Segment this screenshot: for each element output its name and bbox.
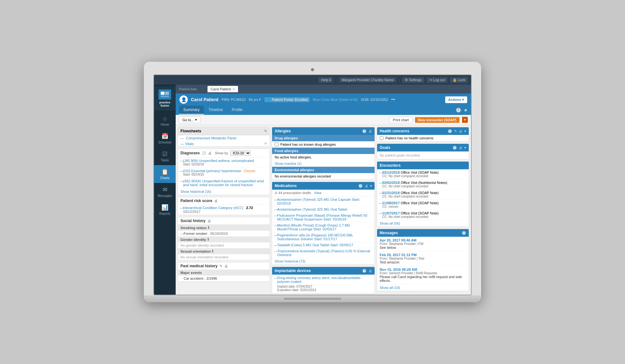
goals-header: Goals 🕐 🖨 ▾ [377,144,469,151]
tab-timeline[interactable]: Timeline [204,106,227,115]
enc-date-5[interactable]: 11/07/2017 [382,211,400,215]
risk-date: 10/12/2017 [183,210,200,214]
sidebar-item-charts[interactable]: 📋 Charts [154,165,176,183]
diagnoses-print-icon[interactable]: 🖨 [208,151,212,155]
implant-link-1[interactable]: Drug-eluting coronary artery stent, non-… [277,276,362,284]
sidebar-item-home[interactable]: ⌂ Home [154,112,176,130]
tab-profile[interactable]: Profile [227,106,247,115]
social-history-header: Social history 🖨 [178,217,270,225]
med-link-3[interactable]: Fluticasone Propionate (Nasal) (Flonase … [277,214,367,221]
enc-date-1[interactable]: 03/12/2018 [382,171,400,174]
med-link-1[interactable]: Acetaminophen (Tylenol) 325 MG Oral Caps… [277,198,360,205]
med-link-6[interactable]: Tadalafil (Cialis) 5 MG Oral Tablet Star… [277,243,353,247]
med-link-2[interactable]: Acetaminophen (Tylenol) 325 MG Oral Tabl… [277,207,347,211]
sidebar-item-tasks[interactable]: ☑ Tasks [154,147,176,165]
hc-checkbox[interactable] [380,136,383,140]
flowsheet-metabolic[interactable]: Comprehensive Metabolic Panel [178,135,270,141]
diagnoses-icd-select[interactable]: ICD-10 [230,150,251,156]
provider-name[interactable]: Margaret Provider | Facility Name [339,77,397,82]
medications-print-icon[interactable]: 🖨 [365,184,368,188]
med-item-2: Acetaminophen (Tylenol) 325 MG Oral Tabl… [272,206,375,213]
goals-chevron-icon[interactable]: ▾ [464,146,466,150]
diag-link-1[interactable]: (J45.909) Unspecified asthma, uncomplica… [183,159,254,163]
diagnoses-header: Diagnoses 🕐 🖨 Show by ICD-10 [178,149,270,158]
enc-cc-5: CC: No chief complaint recorded [382,215,466,219]
msg-date-3[interactable]: Nov 15, 2016 08:28 AM [380,268,466,271]
med-link-4[interactable]: Menthol (Mouth-Throat) (Cough Drops) 2.7… [277,223,350,231]
flowsheets-edit-icon[interactable]: ✎ [264,129,267,133]
medical-edit-icon[interactable]: ✎ [220,264,222,268]
flowsheet-vitals-link[interactable]: Vitals [185,142,194,146]
social-history-card: Social history 🖨 Smoking status ℹ Former… [178,217,270,260]
patient-insurance[interactable]: Blue Cross Blue Shield of AZ [313,98,358,102]
star-icon[interactable]: ★ [464,108,468,113]
show-all-encounters-link[interactable]: Show all (56) [377,220,469,227]
more-options-icon[interactable]: ••• [391,97,395,102]
help-link[interactable]: Help ℹ [319,77,333,83]
messages-icon: ✉ [156,186,174,193]
enc-date-2[interactable]: 03/02/2018 [382,181,400,185]
laptop-base [144,295,481,302]
tab-close-icon[interactable]: ✕ [232,88,235,91]
actions-chevron-icon: ▾ [462,98,464,102]
hc-print-icon[interactable]: 🖨 [459,129,462,133]
new-encounter-arrow-button[interactable]: ▾ [462,117,468,123]
enc-item-5: 11/07/2017 Office Visit (SOAP Note) CC: … [377,210,469,220]
patient-lists-link[interactable]: Patient lists [179,87,197,91]
sidebar-item-schedule[interactable]: 📅 Schedule [154,130,176,147]
vitals-close-icon[interactable]: ✕ [264,142,267,146]
show-historical-meds-link[interactable]: Show historical (73) [272,258,375,264]
print-chart-button[interactable]: Print chart [389,117,412,123]
hc-chevron-icon[interactable]: ▾ [464,129,466,133]
tab-summary[interactable]: Summary [179,106,204,115]
med-link-5[interactable]: Peginterferon alfa-2a (Pegasys) 180 MCG/… [277,233,353,241]
hc-clock-icon[interactable]: 🕐 [448,129,452,133]
diag-link-2[interactable]: (I10) Essential (primary) hypertension [183,169,242,173]
msg-item-2: Feb 28, 2017 01:12 PM From: Stephanie Pr… [377,251,469,266]
smoking-info-icon[interactable]: ℹ [208,226,209,230]
carol-patient-tab[interactable]: Carol Patient ✕ [207,86,238,92]
sexual-info-icon[interactable]: ℹ [212,249,213,253]
risk-print-icon[interactable]: 🖨 [214,199,218,203]
food-show-inactive-link[interactable]: Show inactive (1) [272,160,375,167]
messages-clock-icon[interactable]: 🕐 [462,231,466,235]
med-link-7[interactable]: Triamcinolone Acetonide (Topical) (Trian… [277,249,370,257]
goals-clock-icon[interactable]: 🕐 [453,146,457,150]
allergies-clock-icon[interactable]: 🕐 [362,129,367,133]
lock-button[interactable]: 🔒 Lock [450,77,468,83]
enc-date-4[interactable]: 11/08/2017 [382,201,400,205]
enc-date-3[interactable]: 01/31/2018 [382,191,400,195]
enc-cc-3: CC: No chief complaint recorded [382,195,466,198]
clock-icon[interactable]: 🕐 [456,108,461,113]
actions-button[interactable]: Actions ▾ [445,96,467,103]
medications-view-link[interactable]: View [314,191,322,195]
drug-allergies-checkbox[interactable] [275,143,278,146]
msg-date-2[interactable]: Feb 28, 2017 01:12 PM [380,253,466,257]
implantable-print-icon[interactable]: 🖨 [369,269,372,273]
sidebar-item-messages[interactable]: ✉ Messages [154,183,176,201]
diagnoses-clock-icon[interactable]: 🕐 [202,151,206,155]
hc-edit-icon[interactable]: ✎ [454,129,457,133]
goals-print-icon[interactable]: 🖨 [459,146,462,150]
implantable-clock-icon[interactable]: 🕐 [362,269,367,273]
medications-clock-icon[interactable]: 🕐 [358,184,363,188]
sidebar-item-reports[interactable]: 📊 Reports [154,201,176,219]
messages-header: Messages 🕐 [377,229,469,237]
msg-date-1[interactable]: Apr 20, 2017 09:46 AM [380,238,466,242]
logout-button[interactable]: ↪ Log out [427,77,447,83]
flowsheet-link-1[interactable]: Comprehensive Metabolic Panel [186,136,236,140]
medical-print-icon[interactable]: 🖨 [224,264,228,268]
goto-button[interactable]: Go to... ▾ [179,116,200,123]
settings-button[interactable]: ⚙ Settings [402,77,424,83]
diag-link-3[interactable]: (S62.90XA) Unspecified fracture of unspe… [183,179,264,187]
encounters-header: Encounters [377,162,469,169]
allergies-print-icon[interactable]: 🖨 [369,129,372,133]
risk-link[interactable]: Hierarchical Condition Category (HCC) [183,206,243,210]
new-encounter-button[interactable]: New encounter (SOAP) [415,117,460,123]
gear-icon: ⚙ [405,78,408,82]
social-print-icon[interactable]: 🖨 [207,219,211,223]
medications-chevron-icon[interactable]: ▾ [370,184,372,188]
gender-info-icon[interactable]: ℹ [207,237,209,242]
show-historical-link[interactable]: Show historical (16) [178,188,270,195]
show-all-messages-link[interactable]: Show all (10) [377,284,469,291]
